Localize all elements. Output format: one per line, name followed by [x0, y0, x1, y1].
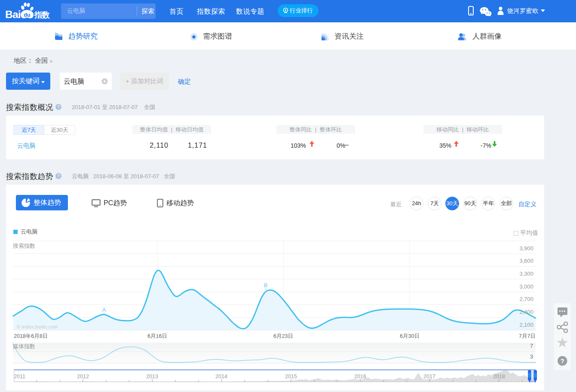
svg-text:?: ? — [561, 357, 564, 365]
